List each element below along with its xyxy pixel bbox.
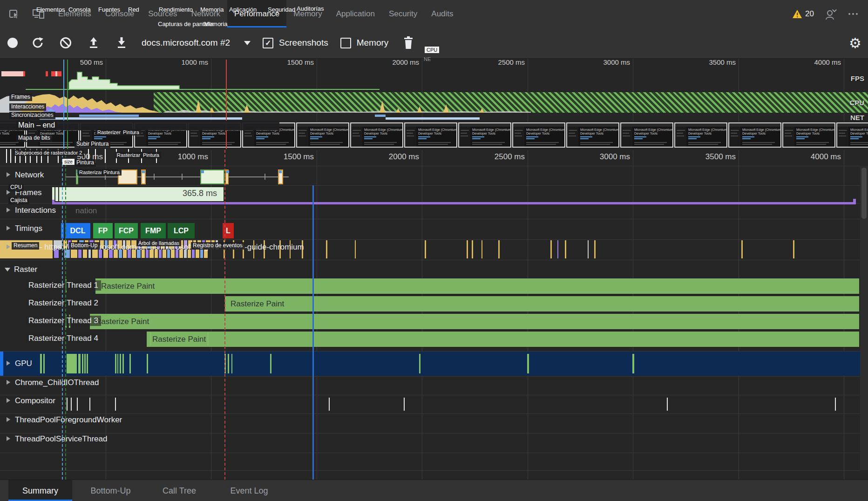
- network-request-bar[interactable]: [200, 169, 224, 184]
- vertical-scrollbar[interactable]: [860, 166, 868, 470]
- compositor-event-tick[interactable]: [835, 398, 836, 411]
- flame-event-tick[interactable]: [550, 240, 552, 258]
- scrollbar-thumb[interactable]: [861, 168, 867, 219]
- track-label-threadpoolforegroundworker[interactable]: ThreadPoolForegroundWorker: [15, 415, 122, 425]
- track-label-gpu[interactable]: GPU: [15, 359, 32, 368]
- expand-arrow-main-thread[interactable]: [7, 244, 10, 249]
- expand-arrow-gpu[interactable]: [7, 361, 10, 366]
- timing-marker-fp[interactable]: FP: [93, 223, 113, 238]
- rasterize-paint-bar[interactable]: Rasterize Paint: [225, 296, 859, 311]
- tab-security[interactable]: Security: [382, 0, 424, 27]
- screenshot-thumbnail[interactable]: Microsoft Edge (Chromium)Developer Tools: [728, 122, 781, 148]
- expand-arrow-interactions[interactable]: [7, 208, 10, 212]
- flame-event-tick[interactable]: [472, 240, 473, 258]
- flame-event-tick[interactable]: [481, 240, 482, 258]
- track-label-timings[interactable]: Timings: [15, 224, 42, 233]
- track-label-interactions[interactable]: Interactions: [15, 206, 56, 215]
- gpu-activity-bar[interactable]: [129, 354, 131, 373]
- reload-and-record-icon[interactable]: [30, 35, 46, 51]
- gpu-activity-bar[interactable]: [270, 354, 271, 373]
- trash-icon[interactable]: [400, 35, 416, 51]
- profile-select[interactable]: docs.microsoft.com #2: [142, 38, 251, 48]
- flame-event-tick[interactable]: [498, 240, 500, 258]
- gpu-activity-bar[interactable]: [40, 354, 42, 373]
- load-profile-icon[interactable]: [86, 35, 102, 51]
- rasterize-paint-bar[interactable]: Rasterize Paint: [95, 278, 859, 294]
- screenshot-thumbnail[interactable]: Microsoft Edge (Chromium)Developer Tools: [566, 122, 619, 148]
- gpu-activity-bar[interactable]: [82, 354, 83, 373]
- more-options-icon[interactable]: [848, 13, 858, 15]
- gpu-activity-bar[interactable]: [632, 354, 634, 373]
- screenshot-thumbnail[interactable]: Microsoft Edge (Chromium)Developer Tools: [350, 122, 403, 148]
- save-profile-icon[interactable]: [114, 35, 129, 51]
- gpu-activity-bar[interactable]: [87, 354, 88, 373]
- gpu-activity-bar[interactable]: [117, 354, 118, 373]
- track-label-rasterizer-thread-4[interactable]: Rasterizer Thread 4: [26, 333, 101, 344]
- track-label-rasterizer-thread-2[interactable]: Rasterizer Thread 2: [26, 298, 101, 308]
- screenshot-thumbnail[interactable]: Microsoft Edge (Chromium)Developer Tools: [458, 122, 511, 148]
- flame-event-tick[interactable]: [355, 240, 356, 258]
- expand-arrow-timings[interactable]: [7, 226, 10, 230]
- memory-checkbox[interactable]: Memory: [340, 38, 389, 48]
- details-tab-event-log[interactable]: Event Log: [217, 480, 282, 501]
- gpu-activity-bar[interactable]: [43, 354, 45, 373]
- compositor-event-tick[interactable]: [89, 398, 90, 411]
- flame-event-tick[interactable]: [425, 240, 426, 258]
- compositor-event-tick[interactable]: [71, 398, 72, 411]
- flame-event-tick[interactable]: [557, 240, 558, 258]
- screenshots-checkbox[interactable]: ✓ Screenshots: [263, 38, 328, 48]
- collapse-arrow-raster[interactable]: [5, 268, 10, 271]
- flame-event-tick[interactable]: [588, 240, 589, 258]
- issues-counter[interactable]: 20: [792, 9, 814, 19]
- inspect-element-icon[interactable]: [7, 6, 22, 22]
- flame-event-tick[interactable]: [467, 240, 468, 258]
- flame-event-tick[interactable]: [741, 240, 743, 258]
- network-request-bar[interactable]: [225, 169, 229, 184]
- screenshot-thumbnail[interactable]: Microsoft Edge (Chromium)Developer Tools: [782, 122, 835, 148]
- track-label-raster[interactable]: Raster: [14, 265, 37, 274]
- track-label-compositor[interactable]: Compositor: [15, 396, 55, 406]
- timing-marker-fcp[interactable]: FCP: [115, 223, 138, 238]
- flame-event-tick[interactable]: [793, 240, 794, 258]
- screenshot-thumbnail[interactable]: Microsoft Edge (Chromium)Developer Tools: [674, 122, 727, 148]
- compositor-event-tick[interactable]: [77, 398, 78, 411]
- clear-recording-icon[interactable]: [58, 35, 74, 51]
- expand-arrow-chrome-childiothread[interactable]: [7, 380, 10, 385]
- compositor-event-tick[interactable]: [67, 398, 68, 411]
- gpu-activity-bar[interactable]: [231, 354, 232, 373]
- frame-bar[interactable]: [55, 187, 58, 201]
- gpu-activity-bar[interactable]: [419, 354, 420, 373]
- gpu-activity-bar[interactable]: [228, 354, 229, 373]
- gpu-activity-bar[interactable]: [122, 354, 124, 373]
- timing-marker-dcl[interactable]: DCL: [65, 223, 90, 238]
- frame-bar[interactable]: [52, 187, 54, 201]
- expand-arrow-threadpoolservicethread[interactable]: [7, 436, 10, 441]
- tab-audits[interactable]: Audits: [424, 0, 460, 27]
- screenshot-thumbnail[interactable]: Microsoft Edge (Chromium)Developer Tools: [836, 122, 868, 148]
- gear-icon[interactable]: ⚙: [849, 27, 861, 58]
- track-label-network[interactable]: Network: [15, 170, 44, 180]
- compositor-event-tick[interactable]: [115, 398, 116, 411]
- expand-arrow-network[interactable]: [7, 172, 10, 177]
- track-label-threadpoolservicethread[interactable]: ThreadPoolServiceThread: [15, 434, 107, 444]
- details-tab-call-tree[interactable]: Call Tree: [151, 480, 207, 501]
- record-button[interactable]: [7, 38, 18, 48]
- gpu-activity-bar[interactable]: [147, 354, 148, 373]
- gpu-activity-bar[interactable]: [115, 354, 116, 373]
- track-label-rasterizer-thread-1[interactable]: Rasterizer Thread 1: [26, 280, 101, 291]
- gpu-activity-bar[interactable]: [78, 354, 81, 373]
- gpu-activity-bar[interactable]: [67, 354, 77, 373]
- track-label-rasterizer-thread-3[interactable]: Rasterizer Thread 3: [26, 316, 101, 326]
- network-request-bar[interactable]: [278, 169, 283, 184]
- gpu-activity-bar[interactable]: [84, 354, 86, 373]
- remote-devices-icon[interactable]: [823, 6, 839, 22]
- screenshot-thumbnail[interactable]: Microsoft Edge (Chromium)Developer Tools: [296, 122, 349, 148]
- screenshot-thumbnail[interactable]: Microsoft Edge (Chromium)Developer Tools: [404, 122, 457, 148]
- tab-application[interactable]: Application: [329, 0, 382, 27]
- track-label-chrome-childiothread[interactable]: Chrome_ChildIOThread: [15, 378, 99, 387]
- details-tab-summary[interactable]: Summary: [8, 480, 72, 501]
- gpu-activity-bar[interactable]: [527, 354, 529, 373]
- rasterize-paint-bar[interactable]: Rasterize Paint: [90, 314, 859, 329]
- expand-arrow-compositor[interactable]: [7, 398, 10, 403]
- timing-marker-fmp[interactable]: FMP: [141, 223, 166, 238]
